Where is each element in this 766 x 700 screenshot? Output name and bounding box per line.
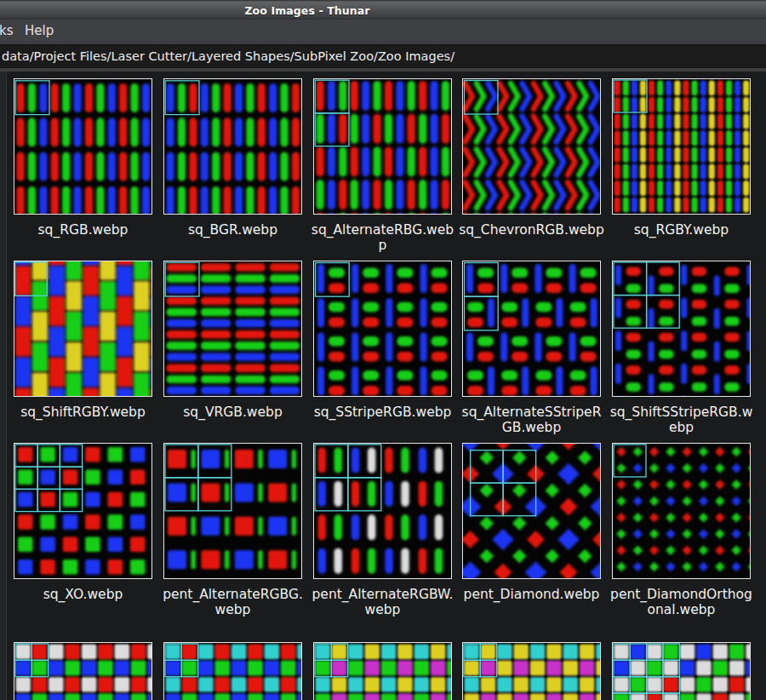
file-label: sq_ChevronRGB.webp <box>456 222 607 238</box>
thumbnail-sq_ShiftSStripeRGB.webp <box>612 261 751 397</box>
file-label: pent_DiamondOrthogonal.webp <box>606 587 757 617</box>
location-bar-input[interactable]: data/Project Files/Laser Cutter/Layered … <box>0 44 766 68</box>
file-item-sq_SStripeRGB.webp[interactable]: sq_SStripeRGB.webp <box>313 261 452 397</box>
file-label: sq_AlternateRBG.webp <box>307 222 458 253</box>
file-label: pent_Diamond.webp <box>456 587 607 602</box>
file-item-sq_RGB.webp[interactable]: sq_RGB.webp <box>14 78 152 215</box>
file-label: sq_SStripeRGB.webp <box>307 405 458 420</box>
file-item-sq_BGR.webp[interactable]: sq_BGR.webp <box>163 78 302 215</box>
thumbnail-sq_RGBY.webp <box>612 78 751 215</box>
thumbnail-sq_AlternateRBG.webp <box>313 78 452 215</box>
thumbnail-cropped-4 <box>462 642 601 700</box>
thumbnail-sq_AlternateSStripeRGB.webp <box>462 261 601 397</box>
thumbnail-sq_RGB.webp <box>14 78 152 215</box>
file-label: pent_AlternateRGBW.webp <box>307 587 458 617</box>
window-title: Zoo Images - Thunar <box>244 4 369 17</box>
file-label: pent_AlternateRGBG.webp <box>157 587 308 617</box>
side-pane-edge <box>0 72 7 700</box>
file-item-sq_AlternateRBG.webp[interactable]: sq_AlternateRBG.webp <box>313 78 452 215</box>
thumbnail-pent_DiamondOrthogonal.webp <box>612 443 751 579</box>
thumbnail-pent_AlternateRGBG.webp <box>163 443 302 579</box>
toolbar: data/Project Files/Laser Cutter/Layered … <box>0 43 766 72</box>
thumbnail-cropped-1 <box>14 642 152 700</box>
thumbnail-sq_SStripeRGB.webp <box>313 261 452 397</box>
file-item-pent_AlternateRGBW.webp[interactable]: pent_AlternateRGBW.webp <box>313 443 452 579</box>
file-label: sq_BGR.webp <box>157 222 308 238</box>
file-item-sq_RGBY.webp[interactable]: sq_RGBY.webp <box>612 78 751 215</box>
file-item-sq_XO.webp[interactable]: sq_XO.webp <box>14 443 152 579</box>
file-label: sq_RGBY.webp <box>606 222 757 238</box>
thumbnail-cropped-5 <box>612 642 751 700</box>
thumbnail-sq_ChevronRGB.webp <box>462 78 601 215</box>
file-label: sq_RGB.webp <box>8 222 158 238</box>
file-label: sq_ShiftSStripeRGB.webp <box>606 405 757 435</box>
file-label: sq_XO.webp <box>8 587 158 602</box>
icon-view[interactable]: sq_RGB.webpsq_BGR.webpsq_AlternateRBG.we… <box>0 72 766 700</box>
file-item-cropped-5[interactable] <box>612 642 751 700</box>
title-bar[interactable]: Zoo Images - Thunar <box>0 0 766 20</box>
file-label: sq_ShiftRGBY.webp <box>8 405 158 420</box>
thumbnail-sq_VRGB.webp <box>163 261 302 397</box>
thumbnail-cropped-3 <box>313 642 452 700</box>
file-label: sq_VRGB.webp <box>157 405 308 420</box>
menu-item-help[interactable]: Help <box>25 23 54 38</box>
file-item-cropped-1[interactable] <box>14 642 152 700</box>
thumbnail-pent_Diamond.webp <box>462 443 601 579</box>
file-item-sq_ShiftSStripeRGB.webp[interactable]: sq_ShiftSStripeRGB.webp <box>612 261 751 397</box>
thumbnail-pent_AlternateRGBW.webp <box>313 443 452 579</box>
thunar-window: Zoo Images - Thunar ks Help data/Project… <box>0 0 766 700</box>
file-item-cropped-3[interactable] <box>313 642 452 700</box>
file-label: sq_AlternateSStripeRGB.webp <box>456 405 607 435</box>
file-item-pent_DiamondOrthogonal.webp[interactable]: pent_DiamondOrthogonal.webp <box>612 443 751 579</box>
thumbnail-cropped-2 <box>163 642 302 700</box>
file-item-sq_AlternateSStripeRGB.webp[interactable]: sq_AlternateSStripeRGB.webp <box>462 261 601 397</box>
menu-item-bookmarks-cropped[interactable]: ks <box>0 23 14 38</box>
file-item-sq_ShiftRGBY.webp[interactable]: sq_ShiftRGBY.webp <box>14 261 152 397</box>
file-item-cropped-4[interactable] <box>462 642 601 700</box>
file-item-sq_ChevronRGB.webp[interactable]: sq_ChevronRGB.webp <box>462 78 601 215</box>
menu-bar: ks Help <box>0 20 766 43</box>
thumbnail-sq_ShiftRGBY.webp <box>14 261 152 397</box>
thumbnail-sq_BGR.webp <box>163 78 302 215</box>
file-item-cropped-2[interactable] <box>163 642 302 700</box>
file-item-pent_Diamond.webp[interactable]: pent_Diamond.webp <box>462 443 601 579</box>
thumbnail-sq_XO.webp <box>14 443 152 579</box>
file-item-pent_AlternateRGBG.webp[interactable]: pent_AlternateRGBG.webp <box>163 443 302 579</box>
file-item-sq_VRGB.webp[interactable]: sq_VRGB.webp <box>163 261 302 397</box>
